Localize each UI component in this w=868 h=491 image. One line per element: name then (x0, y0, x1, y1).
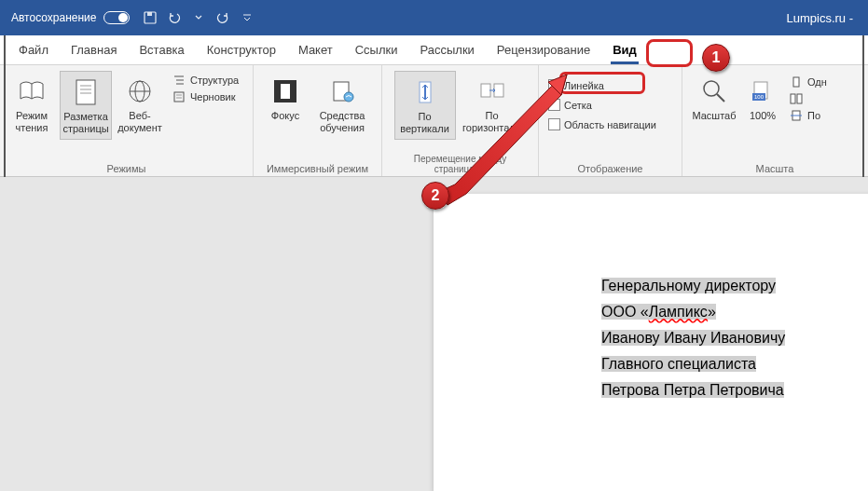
tab-home[interactable]: Главная (60, 35, 128, 64)
tab-review[interactable]: Рецензирование (486, 35, 601, 64)
tab-references[interactable]: Ссылки (344, 35, 409, 64)
save-icon[interactable] (143, 10, 158, 25)
svg-text:100: 100 (754, 94, 765, 100)
tab-file[interactable]: Файл (7, 35, 60, 64)
zoom-label: Масштаб (692, 110, 736, 122)
zoom-100-label: 100% (750, 110, 776, 122)
outline-button[interactable]: Структура (170, 73, 241, 88)
group-zoom: Масштаб 100 100% Одн (682, 65, 867, 176)
group-page-movement: По вертикали По горизонтали Перемещение … (382, 65, 539, 176)
web-layout-label: Веб- документ (117, 110, 162, 134)
web-layout-button[interactable]: Веб- документ (114, 71, 166, 138)
svg-rect-18 (281, 84, 290, 99)
learning-tools-icon (327, 75, 357, 108)
vertical-icon (410, 75, 440, 109)
checkbox-icon (548, 99, 560, 111)
navigation-pane-checkbox[interactable]: Область навигации (546, 117, 658, 131)
tab-mailings[interactable]: Рассылки (408, 35, 485, 64)
print-layout-button[interactable]: Разметка страницы (60, 71, 112, 140)
svg-point-25 (704, 81, 719, 96)
svg-rect-31 (791, 94, 795, 103)
titlebar: Автосохранение Lumpics.ru - (0, 0, 868, 35)
outline-icon (172, 74, 186, 87)
group-modes-label: Режимы (6, 161, 247, 174)
svg-rect-4 (76, 80, 95, 104)
ruler-label: Линейка (564, 80, 604, 91)
learning-tools-button[interactable]: Средства обучения (313, 71, 371, 138)
svg-rect-23 (481, 84, 490, 97)
svg-point-20 (344, 92, 353, 102)
one-page-label: Одн (807, 76, 827, 88)
horizontal-button[interactable]: По горизонтали (458, 71, 527, 138)
vertical-button[interactable]: По вертикали (394, 71, 456, 140)
draft-icon (172, 90, 186, 103)
gridlines-label: Сетка (564, 100, 592, 111)
group-page-movement-label: Перемещение между страницами (388, 152, 532, 174)
read-mode-label: Режим чтения (16, 110, 48, 134)
group-show: Линейка Сетка Область навигации Отображе… (539, 65, 682, 176)
workarea: Генеральному директору ООО «Лампикс» Ива… (0, 177, 868, 491)
gridlines-checkbox[interactable]: Сетка (546, 98, 658, 112)
multi-page-icon (789, 92, 804, 105)
page-width-label: По (807, 110, 820, 121)
group-zoom-label: Масшта (688, 161, 861, 174)
page-width-icon (789, 109, 804, 122)
zoom-icon (699, 75, 729, 108)
annotation-badge-2: 2 (421, 182, 449, 210)
ribbon-tabs: Файл Главная Вставка Конструктор Макет С… (0, 35, 868, 65)
group-immersive: Фокус Средства обучения Иммерсивный режи… (254, 65, 382, 176)
doc-line: Генеральному директору (601, 278, 853, 294)
zoom-100-icon: 100 (748, 75, 778, 108)
tab-design[interactable]: Конструктор (196, 35, 287, 64)
read-mode-icon (17, 75, 47, 108)
group-modes: Режим чтения Разметка страницы Веб- доку… (0, 65, 254, 176)
autosave-label: Автосохранение (11, 11, 96, 24)
horizontal-label: По горизонтали (462, 110, 521, 134)
svg-rect-1 (147, 12, 152, 16)
vertical-label: По вертикали (400, 111, 449, 135)
zoom-100-button[interactable]: 100 100% (742, 71, 783, 126)
doc-line: ООО «Лампикс» (601, 304, 853, 321)
autosave-toggle[interactable] (103, 11, 130, 24)
focus-icon (270, 75, 300, 108)
svg-rect-30 (793, 77, 799, 87)
svg-rect-14 (174, 92, 184, 102)
redo-icon[interactable] (215, 10, 230, 25)
qat-customize-icon[interactable] (240, 10, 255, 25)
zoom-button[interactable]: Масштаб (688, 71, 740, 126)
draft-button[interactable]: Черновик (170, 89, 241, 104)
tab-layout[interactable]: Макет (287, 35, 344, 64)
undo-icon[interactable] (167, 10, 182, 25)
read-mode-button[interactable]: Режим чтения (6, 71, 58, 138)
navigation-label: Область навигации (564, 119, 656, 130)
one-page-button[interactable]: Одн (787, 75, 829, 89)
doc-line: Иванову Ивану Ивановичу (601, 330, 853, 347)
checkbox-icon (548, 118, 560, 130)
draft-label: Черновик (190, 91, 236, 102)
tab-view[interactable]: Вид (601, 35, 648, 64)
multi-page-button[interactable] (787, 91, 829, 106)
svg-line-26 (717, 94, 724, 102)
tab-insert[interactable]: Вставка (128, 35, 195, 64)
annotation-badge-1: 1 (702, 44, 730, 72)
chevron-down-icon[interactable] (191, 10, 206, 25)
checkbox-icon (548, 79, 560, 91)
print-layout-icon (71, 75, 101, 109)
group-immersive-label: Иммерсивный режим (259, 161, 376, 174)
learning-tools-label: Средства обучения (320, 110, 365, 134)
doc-line: Петрова Петра Петровича (601, 382, 853, 399)
doc-line: Главного специалиста (601, 356, 853, 373)
print-layout-label: Разметка страницы (62, 111, 108, 135)
horizontal-icon (477, 75, 507, 108)
document-title: Lumpics.ru - (786, 11, 853, 25)
ribbon: Режим чтения Разметка страницы Веб- доку… (0, 65, 868, 177)
outline-label: Структура (190, 75, 239, 86)
group-show-label: Отображение (544, 161, 676, 174)
svg-rect-32 (797, 94, 802, 103)
focus-label: Фокус (271, 110, 299, 122)
web-layout-icon (125, 75, 155, 108)
focus-button[interactable]: Фокус (259, 71, 311, 126)
document-page[interactable]: Генеральному директору ООО «Лампикс» Ива… (434, 194, 868, 491)
ruler-checkbox[interactable]: Линейка (546, 78, 658, 92)
page-width-button[interactable]: По (787, 108, 829, 123)
